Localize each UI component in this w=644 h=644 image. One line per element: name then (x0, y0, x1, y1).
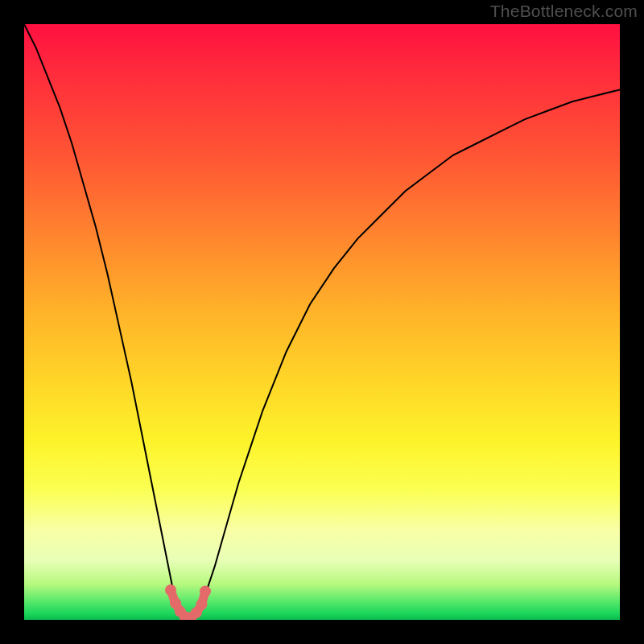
watermark-text: TheBottleneck.com (490, 2, 638, 21)
curve-layer (24, 24, 620, 620)
highlight-dot (165, 584, 176, 596)
plot-area (24, 24, 620, 620)
highlight-dot (200, 586, 211, 597)
chart-container: TheBottleneck.com (0, 0, 644, 644)
highlight-dot (196, 599, 208, 610)
bottleneck-curve (24, 24, 620, 620)
highlight-dots (165, 584, 211, 620)
